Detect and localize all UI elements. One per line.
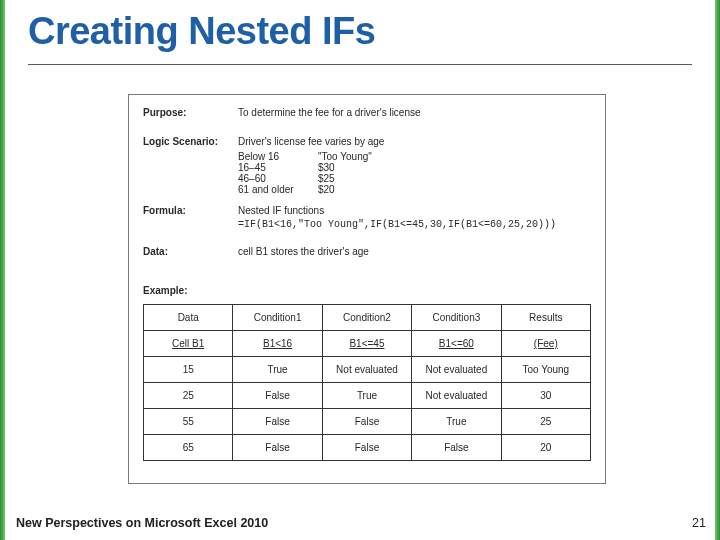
table-row: 55 False False True 25: [144, 409, 591, 435]
cell: True: [322, 383, 411, 409]
cell: False: [322, 409, 411, 435]
purpose-label: Purpose:: [143, 107, 238, 118]
slide-right-edge: [715, 0, 720, 540]
cell: Not evaluated: [412, 383, 501, 409]
cell: False: [412, 435, 501, 461]
th-results: Results: [501, 305, 590, 331]
scenario-v2: $25: [318, 173, 335, 184]
purpose-text: To determine the fee for a driver's lice…: [238, 107, 591, 118]
cell: 20: [501, 435, 590, 461]
table-header-row: Data Condition1 Condition2 Condition3 Re…: [144, 305, 591, 331]
th-cond2: Condition2: [322, 305, 411, 331]
cell: 65: [144, 435, 233, 461]
scenario-lead: Driver's license fee varies by age: [238, 136, 591, 147]
cell: 25: [501, 409, 590, 435]
cell: 15: [144, 357, 233, 383]
sub-results: (Fee): [501, 331, 590, 357]
cell: True: [233, 357, 322, 383]
formula-row: Formula: Nested IF functions: [143, 205, 591, 216]
th-cond1: Condition1: [233, 305, 322, 331]
title-underline: [28, 64, 692, 65]
formula-code: =IF(B1<16,"Too Young",IF(B1<=45,30,IF(B1…: [238, 219, 591, 230]
scenario-v0: "Too Young": [318, 151, 372, 162]
example-table: Data Condition1 Condition2 Condition3 Re…: [143, 304, 591, 461]
table-row: 15 True Not evaluated Not evaluated Too …: [144, 357, 591, 383]
slide-left-edge: [0, 0, 5, 540]
table-subheader-row: Cell B1 B1<16 B1<=45 B1<=60 (Fee): [144, 331, 591, 357]
footer-text: New Perspectives on Microsoft Excel 2010: [16, 516, 268, 530]
th-cond3: Condition3: [412, 305, 501, 331]
sub-data: Cell B1: [144, 331, 233, 357]
sub-cond2: B1<=45: [322, 331, 411, 357]
th-data: Data: [144, 305, 233, 331]
sub-cond1: B1<16: [233, 331, 322, 357]
scenario-k3: 61 and older: [238, 184, 318, 195]
data-text: cell B1 stores the driver's age: [238, 246, 591, 257]
scenario-lines: Below 16"Too Young" 16–45$30 46–60$25 61…: [238, 151, 591, 195]
cell: False: [233, 435, 322, 461]
example-label: Example:: [143, 285, 591, 296]
cell: 55: [144, 409, 233, 435]
cell: False: [233, 383, 322, 409]
scenario-label: Logic Scenario:: [143, 136, 238, 147]
cell: Too Young: [501, 357, 590, 383]
cell: True: [412, 409, 501, 435]
formula-label: Formula:: [143, 205, 238, 216]
slide-title: Creating Nested IFs: [28, 10, 375, 53]
scenario-k1: 16–45: [238, 162, 318, 173]
formula-line1: Nested IF functions: [238, 205, 591, 216]
purpose-row: Purpose: To determine the fee for a driv…: [143, 107, 591, 118]
scenario-k2: 46–60: [238, 173, 318, 184]
table-row: 65 False False False 20: [144, 435, 591, 461]
scenario-v1: $30: [318, 162, 335, 173]
cell: Not evaluated: [412, 357, 501, 383]
cell: Not evaluated: [322, 357, 411, 383]
scenario-v3: $20: [318, 184, 335, 195]
cell: False: [322, 435, 411, 461]
data-label: Data:: [143, 246, 238, 257]
nested-if-figure: Purpose: To determine the fee for a driv…: [128, 94, 606, 484]
table-row: 25 False True Not evaluated 30: [144, 383, 591, 409]
cell: False: [233, 409, 322, 435]
scenario-row: Logic Scenario: Driver's license fee var…: [143, 136, 591, 147]
scenario-k0: Below 16: [238, 151, 318, 162]
data-row: Data: cell B1 stores the driver's age: [143, 246, 591, 257]
page-number: 21: [692, 516, 706, 530]
cell: 25: [144, 383, 233, 409]
sub-cond3: B1<=60: [412, 331, 501, 357]
cell: 30: [501, 383, 590, 409]
